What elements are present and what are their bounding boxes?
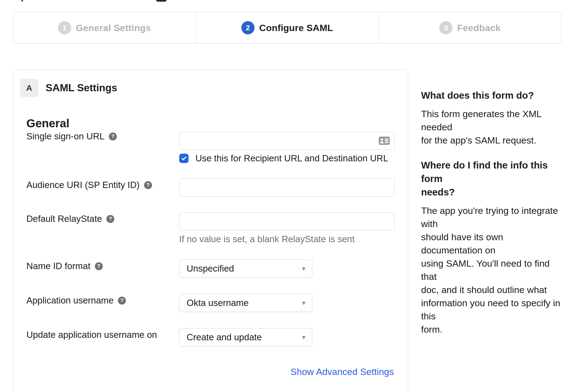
app-username-label: Application username ? <box>26 295 126 306</box>
audience-uri-label-text: Audience URI (SP Entity ID) <box>26 179 140 191</box>
relaystate-input[interactable] <box>179 212 394 230</box>
show-advanced-settings-link[interactable]: Show Advanced Settings <box>291 366 394 377</box>
sidebar-answer-2: The app you're trying to integrate with … <box>421 204 562 336</box>
app-username-label-text: Application username <box>26 295 114 306</box>
step-configure-saml[interactable]: 2 Configure SAML <box>196 12 378 43</box>
relaystate-label-text: Default RelayState <box>26 213 102 225</box>
nameid-format-select[interactable]: Unspecified ▾ <box>179 260 312 278</box>
sidebar-answer-1: This form generates the XML needed for t… <box>421 107 562 147</box>
cropped-blue-element <box>21 0 23 1</box>
chevron-down-icon: ▾ <box>302 300 305 306</box>
saml-settings-panel: A SAML Settings General Single sign-on U… <box>13 69 408 392</box>
nameid-format-help-icon[interactable]: ? <box>95 262 103 270</box>
step-2-label: Configure SAML <box>259 23 333 33</box>
sso-url-input[interactable] <box>179 132 394 150</box>
nameid-format-label: Name ID format ? <box>26 260 103 272</box>
nameid-format-value: Unspecified <box>187 263 234 274</box>
audience-uri-help-icon[interactable]: ? <box>144 181 152 189</box>
audience-uri-label: Audience URI (SP Entity ID) ? <box>26 179 152 191</box>
help-sidebar: What does this form do? This form genera… <box>421 89 562 336</box>
checkmark-icon <box>181 155 187 162</box>
relaystate-help-icon[interactable]: ? <box>106 215 114 223</box>
chevron-down-icon: ▾ <box>302 265 305 272</box>
step-1-number-badge: 1 <box>58 21 71 34</box>
step-2-number-badge: 2 <box>241 21 255 34</box>
cropped-icon-top <box>156 0 167 2</box>
step-3-number-badge: 3 <box>439 21 452 34</box>
relaystate-hint: If no value is set, a blank RelayState i… <box>179 234 355 244</box>
app-username-select[interactable]: Okta username ▾ <box>179 294 312 312</box>
sidebar-question-1: What does this form do? <box>421 89 562 102</box>
audience-uri-input[interactable] <box>179 178 394 197</box>
nameid-format-label-text: Name ID format <box>26 260 90 272</box>
general-group-heading: General <box>26 117 69 130</box>
recipient-url-checkbox[interactable] <box>179 154 189 163</box>
recipient-url-checkbox-label: Use this for Recipient URL and Destinati… <box>195 153 388 164</box>
relaystate-label: Default RelayState ? <box>26 213 114 225</box>
update-username-select[interactable]: Create and update ▾ <box>179 328 312 346</box>
step-3-label: Feedback <box>457 23 501 33</box>
update-username-label-text: Update application username on <box>26 329 157 341</box>
sso-url-label-text: Single sign-on URL <box>26 131 104 142</box>
sso-url-help-icon[interactable]: ? <box>109 132 117 140</box>
sso-checkbox-row: Use this for Recipient URL and Destinati… <box>179 153 388 164</box>
step-feedback[interactable]: 3 Feedback <box>378 12 561 43</box>
section-title: SAML Settings <box>46 79 117 97</box>
step-general-settings[interactable]: 1 General Settings <box>13 12 196 43</box>
section-badge-a: A <box>20 79 38 97</box>
sidebar-question-2: Where do I find the info this form needs… <box>421 158 562 199</box>
contact-card-icon <box>379 137 390 145</box>
update-username-label: Update application username on <box>26 329 157 341</box>
chevron-down-icon: ▾ <box>302 334 305 341</box>
app-username-value: Okta username <box>187 298 249 308</box>
step-1-label: General Settings <box>76 23 151 33</box>
sso-url-label: Single sign-on URL ? <box>26 131 117 142</box>
update-username-value: Create and update <box>187 332 262 343</box>
wizard-stepper: 1 General Settings 2 Configure SAML 3 Fe… <box>13 12 562 43</box>
app-username-help-icon[interactable]: ? <box>118 297 126 305</box>
